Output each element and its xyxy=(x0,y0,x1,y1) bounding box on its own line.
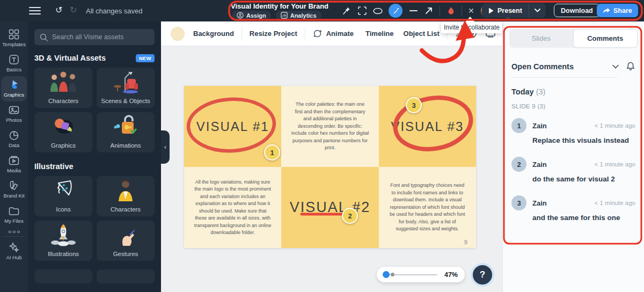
photos-icon xyxy=(9,105,19,115)
color-droplet-icon[interactable] xyxy=(446,6,456,16)
search-bar[interactable] xyxy=(34,29,155,45)
share-button[interactable]: Share xyxy=(597,4,638,17)
comment-number-badge: 1 xyxy=(511,118,526,133)
save-status: All changes saved xyxy=(86,7,143,15)
zoom-slider[interactable] xyxy=(384,274,437,275)
comment-text: and the same for this one xyxy=(532,214,635,222)
ellipse-tool-icon[interactable] xyxy=(373,6,383,16)
comment-item-3[interactable]: 3 Zain < 1 minute ago and the same for t… xyxy=(511,195,635,222)
background-button[interactable]: Background xyxy=(193,30,234,38)
section-title-3d: 3D & Virtual Assets xyxy=(34,54,106,62)
tooltip-caret xyxy=(466,17,474,21)
asset-tile-3d-characters[interactable]: Characters xyxy=(34,68,92,108)
brand-kit-icon xyxy=(9,180,19,191)
slide-canvas[interactable]: VISUAL #1 The color palettes: the main o… xyxy=(184,86,476,248)
timeline-button[interactable]: Timeline xyxy=(365,30,394,38)
asset-tile-scenes-objects[interactable]: Scenes & Objects xyxy=(97,68,155,108)
comments-filter[interactable]: Open Comments xyxy=(511,62,574,71)
new-badge: NEW xyxy=(136,54,155,62)
selection-frame-tool-icon[interactable] xyxy=(357,6,367,16)
comment-timestamp: < 1 minute ago xyxy=(595,161,635,167)
asset-tile-partial[interactable] xyxy=(97,269,155,283)
zoom-control: 47% xyxy=(377,267,465,282)
asset-tile-illustrations[interactable]: Illustrations xyxy=(34,221,92,261)
line-tool-icon[interactable] xyxy=(408,6,418,16)
comment-text: Replace this visuals instead xyxy=(532,136,635,144)
zoom-level: 47% xyxy=(444,271,458,279)
redo-icon: ↻ xyxy=(70,5,77,16)
slide-cell-logo-text[interactable]: All the logo variations, making sure the… xyxy=(184,167,281,248)
comment-pin-2[interactable]: 2 xyxy=(342,208,358,224)
hamburger-menu-icon[interactable] xyxy=(29,7,41,14)
object-list-button[interactable]: Object List xyxy=(404,30,440,38)
comment-item-1[interactable]: 1 Zain < 1 minute ago Replace this visua… xyxy=(511,118,635,144)
project-title[interactable]: Visual Identity for Your Brand xyxy=(231,2,328,10)
assign-button[interactable]: Assign xyxy=(232,11,271,20)
comment-author: Zain xyxy=(532,122,547,130)
rocket-illustration xyxy=(47,223,80,247)
download-button[interactable]: Download xyxy=(554,4,600,17)
divider xyxy=(511,77,618,78)
comments-today-count: (3) xyxy=(536,87,546,96)
analytics-button[interactable]: Analytics xyxy=(276,11,321,20)
zoom-slider-handle[interactable] xyxy=(383,271,390,278)
section-title-illustrative: Illustrative xyxy=(34,162,74,171)
share-arrow-icon xyxy=(603,8,610,14)
animate-button[interactable]: Animate xyxy=(326,30,354,38)
tab-comments[interactable]: Comments xyxy=(573,29,638,48)
close-annotation-icon[interactable]: ✕ xyxy=(468,6,474,15)
sidebar-item-data[interactable]: Data xyxy=(1,127,27,152)
asset-tile-gestures[interactable]: Gestures xyxy=(97,221,155,261)
panel-collapse-button[interactable]: ‹ xyxy=(161,130,170,164)
asset-tile-animations[interactable]: Animations xyxy=(97,112,155,152)
ai-sparkles-icon xyxy=(9,242,19,253)
more-apps-icon[interactable] xyxy=(9,231,20,233)
slide-cell-visual3[interactable]: VISUAL #3 xyxy=(379,86,476,167)
sidebar-item-media[interactable]: Media xyxy=(1,152,27,177)
comment-pin-1[interactable]: 1 xyxy=(264,144,280,160)
basics-icon xyxy=(9,54,19,65)
play-icon xyxy=(488,8,494,14)
sidebar-item-photos[interactable]: Photos xyxy=(1,101,27,127)
sidebar-item-graphics[interactable]: Graphics xyxy=(1,76,27,101)
top-bar: ↺ ↻ All changes saved Visual Identity fo… xyxy=(0,0,644,21)
notifications-bell-icon[interactable] xyxy=(626,61,635,71)
undo-icon[interactable]: ↺ xyxy=(55,5,62,16)
sidebar-item-basics[interactable]: Basics xyxy=(1,51,27,76)
pin-tool-icon[interactable] xyxy=(342,6,352,16)
icons-illustration xyxy=(47,179,80,202)
resize-project-button[interactable]: Resize Project xyxy=(250,30,297,38)
comment-text: do the same for visual 2 xyxy=(532,175,635,183)
asset-tile-icons[interactable]: Icons xyxy=(34,176,92,216)
arrow-tool-icon[interactable] xyxy=(424,6,434,16)
asset-tile-partial[interactable] xyxy=(34,269,92,283)
background-color-swatch[interactable] xyxy=(171,27,185,41)
character-illustration xyxy=(109,179,142,202)
comments-panel: Slides Comments Open Comments Today (3) … xyxy=(502,21,644,292)
pen-tool-icon-active[interactable] xyxy=(389,4,402,18)
present-button[interactable]: Present xyxy=(482,3,546,18)
help-button[interactable]: ? xyxy=(471,263,494,287)
sidebar-item-ai-hub[interactable]: AI Hub xyxy=(1,239,27,264)
sidebar-item-templates[interactable]: Templates xyxy=(1,26,27,51)
data-icon xyxy=(9,130,19,141)
sidebar-item-my-files[interactable]: My Files xyxy=(1,202,27,228)
comments-slide-group: SLIDE 9 (3) xyxy=(511,103,635,110)
asset-tile-3d-graphics[interactable]: Graphics xyxy=(34,112,92,152)
slide-cell-font-text[interactable]: Font and typography choices need to incl… xyxy=(379,167,476,248)
slide-cell-palette-text[interactable]: The color palettes: the main one first a… xyxy=(281,86,378,167)
scenes-objects-illustration xyxy=(109,70,142,94)
sidebar-item-brand-kit[interactable]: Brand Kit xyxy=(1,177,27,202)
comment-author: Zain xyxy=(532,160,547,169)
chevron-down-icon[interactable] xyxy=(612,64,619,69)
asset-tile-illustrative-characters[interactable]: Characters xyxy=(97,176,155,216)
comment-number-badge: 2 xyxy=(511,157,526,172)
present-options-chevron[interactable] xyxy=(529,9,546,12)
comment-item-2[interactable]: 2 Zain < 1 minute ago do the same for vi… xyxy=(511,157,635,183)
comment-pin-3[interactable]: 3 xyxy=(406,97,422,113)
slide-cell-visual2[interactable]: VISUAL #2 xyxy=(281,167,378,248)
search-input[interactable] xyxy=(52,33,149,41)
graphics-icon xyxy=(8,79,20,90)
tab-slides[interactable]: Slides xyxy=(509,29,573,48)
canvas-area: Background Resize Project Animate Timeli… xyxy=(161,21,502,292)
